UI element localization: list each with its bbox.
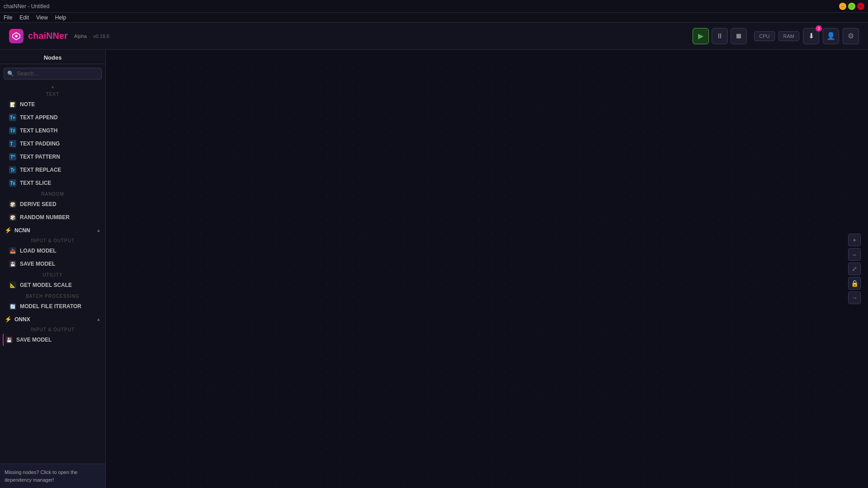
stop-button[interactable]: ⏹ (731, 28, 747, 44)
pause-button[interactable]: ⏸ (712, 28, 728, 44)
fit-button[interactable]: ⤢ (848, 263, 861, 275)
play-button[interactable]: ▶ (693, 28, 709, 44)
onnx-section-name: ONNX (14, 316, 94, 323)
close-button[interactable]: ✕ (857, 3, 864, 10)
random-number-icon: 🎲 (9, 214, 16, 221)
window-controls: – □ ✕ (839, 3, 864, 10)
arrow-button[interactable]: → (848, 291, 861, 304)
ncnn-save-model-label: SAVE MODEL (20, 261, 55, 267)
search-input[interactable] (4, 68, 102, 80)
load-model-label: LOAD MODEL (20, 248, 57, 254)
node-item-load-model[interactable]: 📥 LOAD MODEL (3, 244, 103, 257)
download-area[interactable]: ⬇ 3 (803, 28, 819, 44)
menu-file[interactable]: File (4, 14, 12, 21)
text-replace-label: TEXT REPLACE (20, 167, 61, 173)
text-slice-icon: Ts (9, 179, 16, 187)
main-content: Nodes 🔍 ▲ TEXT 📝 NOTE T+ TEXT APPEND T# (0, 50, 868, 488)
ncnn-utility-category-label: UTILITY (0, 271, 105, 278)
derive-seed-label: DERIVE SEED (20, 201, 57, 207)
search-area: 🔍 (4, 68, 102, 80)
alpha-label: Alpha (74, 33, 87, 39)
header-right: CPU RAM ⬇ 3 👤 ⚙ (754, 28, 859, 44)
sidebar-scroll[interactable]: ▲ TEXT 📝 NOTE T+ TEXT APPEND T# TEXT LEN… (0, 83, 105, 464)
settings-button[interactable]: ⚙ (843, 28, 859, 44)
onnx-save-model-label: SAVE MODEL (16, 337, 52, 343)
node-item-text-replace[interactable]: Tr TEXT REPLACE (3, 164, 103, 176)
text-padding-label: TEXT PADDING (20, 141, 60, 147)
titlebar: chaiNNer - Untitled – □ ✕ (0, 0, 868, 13)
node-item-text-append[interactable]: T+ TEXT APPEND (3, 111, 103, 124)
menubar: File Edit View Help (0, 13, 868, 23)
text-pattern-icon: T* (9, 153, 16, 160)
account-button[interactable]: 👤 (823, 28, 839, 44)
node-item-get-model-scale[interactable]: 📐 GET MODEL SCALE (3, 279, 103, 291)
get-model-scale-label: GET MODEL SCALE (20, 282, 72, 288)
text-append-label: TEXT APPEND (20, 114, 58, 121)
cpu-button[interactable]: CPU (754, 31, 774, 41)
minimize-button[interactable]: – (839, 3, 846, 10)
get-model-scale-icon: 📐 (9, 282, 16, 289)
ncnn-save-model-icon: 💾 (9, 260, 16, 267)
text-category-label: TEXT (0, 90, 105, 98)
text-replace-icon: Tr (9, 166, 16, 174)
onnx-section-header[interactable]: ⚡ ONNX ▲ (0, 313, 105, 325)
node-item-text-padding[interactable]: T_ TEXT PADDING (3, 137, 103, 150)
text-length-icon: T# (9, 127, 16, 134)
ncnn-section-icon: ⚡ (5, 227, 12, 234)
version-label: v0.18.6 (93, 33, 109, 39)
maximize-button[interactable]: □ (848, 3, 855, 10)
app-name: chaiNNer (28, 31, 68, 41)
node-item-derive-seed[interactable]: 🎲 DERIVE SEED (3, 198, 103, 211)
node-item-text-pattern[interactable]: T* TEXT PATTERN (3, 150, 103, 163)
onnx-section-icon: ⚡ (5, 316, 12, 323)
text-padding-icon: T_ (9, 140, 16, 147)
ncnn-io-category-label: INPUT & OUTPUT (0, 236, 105, 244)
derive-seed-icon: 🎲 (9, 201, 16, 208)
onnx-save-model-icon: 💾 (5, 336, 13, 343)
text-slice-label: TEXT SLICE (20, 180, 51, 186)
onnx-chevron-icon: ▲ (96, 317, 101, 322)
random-number-label: RANDOM NUMBER (20, 214, 70, 221)
bottom-notice[interactable]: Missing nodes? Click to open the depende… (0, 464, 105, 488)
random-category-label: RANDOM (0, 190, 105, 197)
text-append-icon: T+ (9, 114, 16, 121)
sidebar-title: Nodes (0, 50, 105, 64)
menu-help[interactable]: Help (55, 14, 66, 21)
canvas-area[interactable]: + – ⤢ 🔒 → (106, 50, 868, 488)
model-file-iterator-label: MODEL FILE ITERATOR (20, 303, 81, 310)
zoom-in-button[interactable]: + (848, 234, 861, 246)
note-label: NOTE (20, 101, 35, 108)
text-length-label: TEXT LENGTH (20, 127, 57, 134)
menu-view[interactable]: View (36, 14, 48, 21)
ncnn-batch-category-label: BATCH PROCESSING (0, 292, 105, 300)
svg-point-0 (15, 35, 18, 38)
note-icon: 📝 (9, 101, 16, 108)
node-item-text-length[interactable]: T# TEXT LENGTH (3, 124, 103, 137)
scroll-up-indicator[interactable]: ▲ (0, 83, 105, 90)
ncnn-chevron-icon: ▲ (96, 228, 101, 233)
ram-button[interactable]: RAM (778, 31, 799, 41)
window-title: chaiNNer - Untitled (4, 3, 839, 9)
text-pattern-label: TEXT PATTERN (20, 154, 60, 160)
sidebar: Nodes 🔍 ▲ TEXT 📝 NOTE T+ TEXT APPEND T# (0, 50, 106, 488)
menu-edit[interactable]: Edit (19, 14, 29, 21)
model-file-iterator-icon: 🔄 (9, 303, 16, 310)
zoom-out-button[interactable]: – (848, 248, 861, 261)
node-item-text-slice[interactable]: Ts TEXT SLICE (3, 177, 103, 189)
download-badge-count: 3 (816, 25, 822, 32)
onnx-io-category-label: INPUT & OUTPUT (0, 325, 105, 333)
node-item-onnx-save-model[interactable]: 💾 SAVE MODEL (3, 333, 103, 346)
node-item-note[interactable]: 📝 NOTE (3, 98, 103, 111)
load-model-icon: 📥 (9, 247, 16, 254)
search-icon: 🔍 (7, 70, 14, 77)
node-item-ncnn-save-model[interactable]: 💾 SAVE MODEL (3, 258, 103, 270)
node-item-model-file-iterator[interactable]: 🔄 MODEL FILE ITERATOR (3, 300, 103, 313)
header: chaiNNer Alpha v0.18.6 ▶ ⏸ ⏹ CPU RAM ⬇ 3… (0, 23, 868, 50)
ncnn-section-header[interactable]: ⚡ NCNN ▲ (0, 224, 105, 236)
logo-area: chaiNNer Alpha v0.18.6 (9, 29, 109, 43)
canvas-controls: + – ⤢ 🔒 → (848, 234, 861, 304)
lock-button[interactable]: 🔒 (848, 277, 861, 290)
bottom-notice-text: Missing nodes? Click to open the depende… (5, 469, 77, 483)
node-item-random-number[interactable]: 🎲 RANDOM NUMBER (3, 211, 103, 224)
logo-icon (9, 29, 24, 43)
